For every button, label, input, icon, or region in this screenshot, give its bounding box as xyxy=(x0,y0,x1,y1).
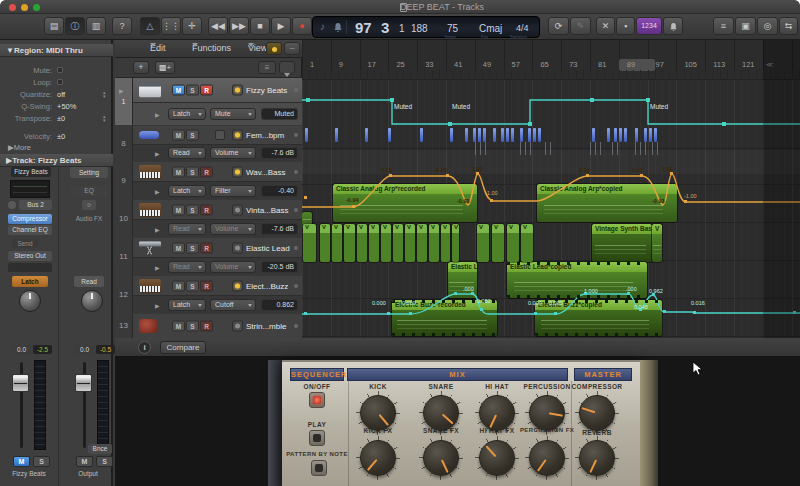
inspector-icon[interactable]: ⓘ xyxy=(65,17,85,35)
ruler-number[interactable]: 81 xyxy=(598,60,606,69)
rewind-button[interactable]: ◀◀ xyxy=(208,17,228,35)
count-in-button[interactable]: 1234 xyxy=(636,17,662,35)
record-enable-button[interactable]: R xyxy=(200,321,213,332)
track-collapse-icon[interactable] xyxy=(279,61,295,74)
bounce-button[interactable]: Bnce xyxy=(88,444,112,454)
record-enable-button[interactable]: R xyxy=(200,85,213,96)
solo-button[interactable]: S xyxy=(186,321,199,332)
record-button[interactable]: ● xyxy=(292,17,312,35)
midi-region-v[interactable]: V xyxy=(441,224,450,262)
automation-subtrack[interactable]: ▶LatchFilter-0.40 xyxy=(133,181,302,199)
toolbar-icon[interactable]: ▥ xyxy=(86,17,106,35)
midi-region-v[interactable]: V xyxy=(477,224,489,262)
input-monitor-button[interactable] xyxy=(215,130,225,140)
loop-checkbox[interactable] xyxy=(57,79,63,85)
solo-mode-icon[interactable]: ▪ xyxy=(616,17,635,35)
track-main-row[interactable]: ▶MSRFizzy Beats xyxy=(133,78,302,102)
midi-region-v[interactable]: V xyxy=(344,224,355,262)
automation-parameter-button[interactable]: Volume xyxy=(210,261,256,273)
eq-slot[interactable]: EQ xyxy=(70,186,108,196)
flex-icon[interactable]: ∼ xyxy=(284,42,300,55)
compressor-knob[interactable] xyxy=(575,391,619,435)
metronome-click-icon[interactable] xyxy=(663,17,683,35)
minimize-window-button[interactable] xyxy=(21,4,28,11)
mixer-icon[interactable]: ⋮⋮ xyxy=(161,17,181,35)
solo-button[interactable]: S xyxy=(186,130,199,141)
bus-send-slot[interactable]: Bus 2 xyxy=(19,200,52,210)
cycle-icon[interactable]: ⟳ xyxy=(548,17,569,35)
compare-button[interactable]: Compare xyxy=(160,341,206,354)
close-window-button[interactable] xyxy=(9,4,16,11)
automation-mode-latch[interactable]: Latch xyxy=(12,276,48,287)
snare-knob[interactable] xyxy=(419,391,463,435)
midi-fx-circle-button[interactable]: ○ xyxy=(82,200,96,210)
midi-region-v[interactable]: V xyxy=(357,224,367,262)
automation-toggle-icon[interactable] xyxy=(266,42,282,55)
note-pads-icon[interactable]: ▣ xyxy=(735,17,756,35)
stop-button[interactable]: ■ xyxy=(250,17,270,35)
sequencer-play-button[interactable] xyxy=(309,430,325,446)
automation-mode-button[interactable]: Latch xyxy=(168,299,206,311)
library-icon[interactable]: ▤ xyxy=(44,17,64,35)
disclosure-triangle-icon[interactable]: ▶ xyxy=(155,187,160,194)
midi-region-v[interactable]: V xyxy=(369,224,379,262)
automation-subtrack[interactable]: ▶ReadVolume-7.6 dB xyxy=(133,144,302,161)
percussion-fx-knob[interactable] xyxy=(525,436,569,480)
automation-subtrack[interactable]: ▶LatchCutoff0.862 xyxy=(133,295,302,313)
info-icon[interactable]: i xyxy=(138,341,151,354)
qswing-value[interactable]: +50% xyxy=(57,102,76,111)
kick-fx-knob[interactable] xyxy=(356,436,400,480)
solo-button[interactable]: S xyxy=(186,204,199,215)
replace-icon[interactable]: ✕ xyxy=(596,17,615,35)
solo-button[interactable]: S xyxy=(186,166,199,177)
stepper-icon[interactable]: ▴▾ xyxy=(103,90,106,98)
mute-button[interactable]: M xyxy=(172,204,185,215)
automation-enable-button[interactable] xyxy=(232,204,243,215)
midi-region-v[interactable]: V xyxy=(393,224,403,262)
automation-mode-button[interactable]: Latch xyxy=(168,185,206,197)
ruler-number[interactable]: 65 xyxy=(540,60,548,69)
automation-enable-button[interactable] xyxy=(232,242,243,253)
track-header-8[interactable]: 8MSFem...bpm▶ReadVolume-7.6 dB xyxy=(115,126,302,161)
ruler-number[interactable]: 25 xyxy=(396,60,404,69)
track-header-10[interactable]: 10MSRVinta...Bass▶ReadVolume-7.6 dB xyxy=(115,200,302,237)
mute-button[interactable]: M xyxy=(172,242,185,253)
midi-region-v[interactable]: V xyxy=(417,224,427,262)
velocity-value[interactable]: ±0 xyxy=(57,132,65,141)
snare-fx-knob[interactable] xyxy=(419,436,463,480)
ruler-number[interactable]: 1 xyxy=(310,60,314,69)
forward-button[interactable]: ▶▶ xyxy=(229,17,249,35)
mute-button[interactable]: M xyxy=(172,85,185,96)
mute-button[interactable]: M xyxy=(172,130,185,141)
mute-button[interactable]: M xyxy=(172,280,185,291)
list-editors-icon[interactable]: ≡ xyxy=(713,17,734,35)
automation-parameter-button[interactable]: Mute xyxy=(210,108,256,120)
solo-button[interactable]: S xyxy=(186,242,199,253)
ruler-number[interactable]: 17 xyxy=(368,60,376,69)
midi-region-v[interactable]: V xyxy=(381,224,391,262)
track-header-12[interactable]: 12MSRElect...Buzz▶LatchCutoff0.862 xyxy=(115,276,302,313)
solo-button[interactable]: S xyxy=(33,456,50,467)
autopunch-pencil-icon[interactable]: ✎ xyxy=(570,17,591,35)
track-main-row[interactable]: MSRWav...Bass xyxy=(133,162,302,181)
hihat-fx-knob[interactable] xyxy=(475,436,519,480)
hihat-knob[interactable] xyxy=(475,391,519,435)
automation-enable-button[interactable] xyxy=(232,85,243,96)
ruler-number[interactable]: 9 xyxy=(339,60,343,69)
midi-region-v[interactable]: V xyxy=(521,224,533,262)
eq-thumbnail[interactable] xyxy=(10,180,50,198)
automation-parameter-button[interactable]: Cutoff xyxy=(210,299,256,311)
transpose-value[interactable]: ±0 xyxy=(57,114,65,123)
arrange-area[interactable]: 191725334149576573818997105113121 ≪ Clas… xyxy=(302,40,800,338)
midi-region-v[interactable]: V xyxy=(492,224,504,262)
record-enable-button[interactable]: R xyxy=(200,204,213,215)
ruler-number[interactable]: 89 xyxy=(627,60,635,69)
more-disclosure[interactable]: ▶ More xyxy=(8,143,14,152)
zoom-window-button[interactable] xyxy=(33,4,40,11)
volume-fader[interactable] xyxy=(12,374,29,392)
group-slot[interactable] xyxy=(8,263,52,272)
midi-region-v[interactable]: V xyxy=(429,224,439,262)
disclosure-triangle-icon[interactable]: ▶ xyxy=(155,150,160,157)
ruler-number[interactable]: 49 xyxy=(483,60,491,69)
stepper-icon[interactable]: ▴▾ xyxy=(103,114,106,122)
